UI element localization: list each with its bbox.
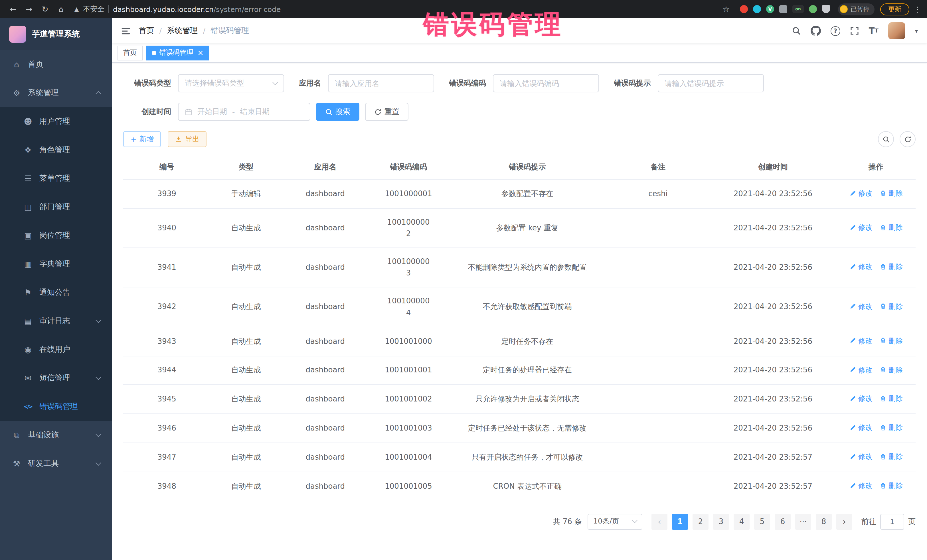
font-size-icon[interactable]: TT [869,27,878,35]
page-button-1[interactable]: 1 [672,513,688,530]
leaf-extension-icon[interactable] [809,5,817,13]
delete-link[interactable]: 删除 [879,301,903,312]
cell-id: 3942 [123,287,211,327]
chevron-down-icon[interactable]: ▾ [915,28,918,34]
puzzle-extensions-icon[interactable] [779,5,787,13]
delete-link[interactable]: 删除 [879,261,903,273]
sidebar-item-online-user[interactable]: ◉在线用户 [0,335,112,364]
edit-link[interactable]: 修改 [849,188,872,199]
delete-link[interactable]: 删除 [879,222,903,233]
pin-extension-icon[interactable] [822,5,830,13]
chevron-down-icon [96,460,101,466]
help-icon[interactable]: ? [831,26,840,36]
bookmark-star-icon[interactable]: ☆ [722,5,729,14]
profile-paused-chip[interactable]: 已暂停 [838,3,874,15]
add-button[interactable]: + 新增 [123,131,161,147]
sidebar-item-error-code[interactable]: </>错误码管理 [0,392,112,421]
sidebar-item-dev-tools[interactable]: ⚒研发工具 [0,449,112,478]
sidebar-item-post[interactable]: ▣岗位管理 [0,221,112,250]
tab-error-code[interactable]: 错误码管理× [146,46,209,60]
tab-close-icon[interactable]: × [198,49,204,56]
teal-extension-icon[interactable] [753,5,761,13]
breadcrumb-home[interactable]: 首页 [138,26,154,36]
red-extension-icon[interactable] [740,5,748,13]
sidebar-item-audit-log[interactable]: ▤审计日志 [0,307,112,335]
cell-operations: 修改删除 [836,472,916,501]
error-type-select[interactable]: 请选择错误码类型 [178,74,284,93]
sidebar-item-sms[interactable]: ✉短信管理 [0,364,112,392]
date-range-picker[interactable]: 开始日期 - 结束日期 [178,103,310,121]
user-avatar[interactable] [888,22,905,39]
next-page-button[interactable]: › [836,513,852,530]
sidebar-item-home[interactable]: ⌂首页 [0,50,112,79]
sidebar-item-notice[interactable]: ⚑通知公告 [0,278,112,307]
error-hint-input[interactable] [658,74,764,93]
cell-remark [607,443,710,472]
app-name-input[interactable] [328,74,434,93]
delete-link[interactable]: 删除 [879,451,903,462]
sidebar-item-menu[interactable]: ☰菜单管理 [0,164,112,193]
date-range-separator: - [232,108,235,116]
tab-home[interactable]: 首页 [117,46,143,60]
edit-link[interactable]: 修改 [849,451,872,462]
delete-link[interactable]: 删除 [879,393,903,404]
breadcrumb-system[interactable]: 系统管理 [167,26,198,36]
delete-link[interactable]: 删除 [879,364,903,375]
edit-link[interactable]: 修改 [849,364,872,375]
app-frame: 芋道管理系统 ⌂首页⚙系统管理☻用户管理❖角色管理☰菜单管理◫部门管理▣岗位管理… [0,18,927,560]
app-logo[interactable]: 芋道管理系统 [0,18,112,50]
address-bar[interactable]: ▲ 不安全 dashboard.yudao.iocoder.cn/system/… [74,2,729,17]
search-icon[interactable] [792,26,801,35]
refresh-table-button[interactable] [900,131,916,147]
on-badge-extension-icon[interactable]: on [792,5,804,13]
toggle-search-icon-button[interactable] [878,131,894,147]
goto-page-input[interactable] [880,513,904,530]
delete-link[interactable]: 删除 [879,188,903,199]
edit-link[interactable]: 修改 [849,222,872,233]
cell-operations: 修改删除 [836,327,916,356]
table-row: 3942自动生成dashboard1001000004不允许获取敏感配置到前端2… [123,287,916,327]
page-button-4[interactable]: 4 [734,513,749,530]
edit-link[interactable]: 修改 [849,393,872,404]
browser-back-icon[interactable]: ← [6,5,21,14]
cell-type: 手动编辑 [211,179,282,208]
edit-link[interactable]: 修改 [849,480,872,491]
reset-button[interactable]: 重置 [365,103,409,121]
page-button-5[interactable]: 5 [754,513,770,530]
sidebar-item-infra[interactable]: ⧉基础设施 [0,421,112,449]
search-button[interactable]: 搜索 [316,103,359,121]
sidebar-item-user[interactable]: ☻用户管理 [0,107,112,136]
sidebar-item-dict[interactable]: ▥字典管理 [0,250,112,278]
page-size-select[interactable]: 10条/页 [588,513,642,530]
cell-type: 自动生成 [211,208,282,248]
browser-refresh-icon[interactable]: ↻ [38,5,53,14]
more-pages-button[interactable]: ··· [795,513,811,530]
vue-devtools-extension-icon[interactable]: V [766,5,774,13]
fullscreen-icon[interactable] [850,26,859,35]
sidebar-item-role[interactable]: ❖角色管理 [0,136,112,164]
cell-type: 自动生成 [211,287,282,327]
edit-link[interactable]: 修改 [849,301,872,312]
sidebar-item-system[interactable]: ⚙系统管理 [0,79,112,107]
delete-link[interactable]: 删除 [879,480,903,491]
export-button[interactable]: 导出 [168,131,207,147]
sidebar-item-dept[interactable]: ◫部门管理 [0,193,112,221]
delete-link[interactable]: 删除 [879,335,903,346]
edit-link[interactable]: 修改 [849,422,872,433]
hamburger-icon[interactable] [121,26,131,36]
browser-forward-icon[interactable]: → [22,5,36,14]
browser-menu-icon[interactable]: ⋮ [914,5,921,14]
prev-page-button[interactable]: ‹ [652,513,667,530]
chrome-update-button[interactable]: 更新 [880,3,909,15]
page-button-6[interactable]: 6 [775,513,791,530]
browser-home-icon[interactable]: ⌂ [54,5,68,14]
edit-link[interactable]: 修改 [849,261,872,273]
page-button-8[interactable]: 8 [816,513,832,530]
error-code-input[interactable] [493,74,599,93]
github-icon[interactable] [811,26,821,36]
delete-link[interactable]: 删除 [879,422,903,433]
edit-link[interactable]: 修改 [849,335,872,346]
cell-operations: 修改删除 [836,287,916,327]
page-button-2[interactable]: 2 [693,513,708,530]
page-button-3[interactable]: 3 [713,513,729,530]
